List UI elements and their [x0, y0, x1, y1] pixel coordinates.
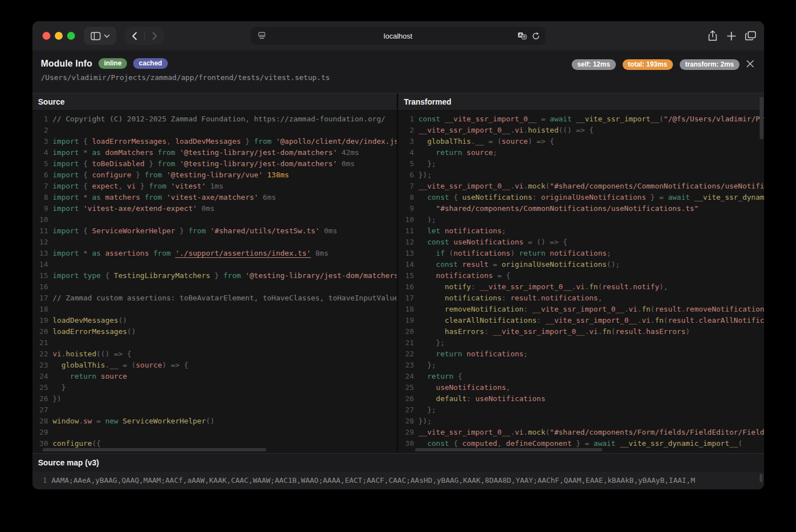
line-number: 12: [398, 237, 414, 248]
code-line: 30configure({: [32, 438, 397, 449]
line-number: 17: [32, 293, 48, 304]
transformed-vertical-scrollbar[interactable]: [760, 97, 764, 139]
code-line: 20 hasErrors: __vite_ssr_import_0__.vi.f…: [398, 326, 764, 337]
line-number: 11: [398, 225, 414, 237]
address-bar[interactable]: localhost A: [251, 27, 545, 45]
close-window-button[interactable]: [43, 32, 50, 40]
code-line: 17// Zammad custom assertions: toBeAvata…: [32, 293, 397, 304]
line-number: 16: [398, 281, 414, 293]
line-number: 18: [32, 304, 48, 315]
code-line: 12: [32, 237, 397, 248]
code-line: 18 removeNotification: __vite_ssr_import…: [398, 304, 764, 315]
code-line: 11 let notifications;: [398, 225, 764, 237]
tab-overview-icon[interactable]: [745, 31, 756, 41]
code-line: 21 };: [398, 337, 764, 349]
code-line: 21: [32, 337, 397, 349]
line-number: 18: [398, 304, 414, 315]
line-number: 10: [398, 214, 414, 225]
line-number: 21: [32, 337, 48, 349]
line-number: 28: [32, 416, 48, 427]
new-tab-icon[interactable]: [727, 31, 736, 41]
line-number: 4: [32, 147, 48, 158]
code-line: 24 return source: [32, 371, 397, 382]
code-line: 10: [32, 214, 397, 225]
line-number: 3: [32, 136, 48, 147]
code-line: 15import type { TestingLibraryMatchers }…: [32, 270, 397, 281]
transformed-panel-header: Transformed: [398, 93, 764, 111]
sourcemap-line: 1 AAMA;AAeA,yBAAG,QAAQ,MAAM;AACf,aAAW,KA…: [32, 472, 764, 489]
line-number: 2: [398, 125, 414, 136]
source-panel-title: Source: [38, 97, 64, 106]
line-number: 7: [398, 181, 414, 192]
forward-button[interactable]: [144, 27, 164, 45]
window-controls: [43, 32, 75, 40]
code-line: 20loadErrorMessages(): [32, 326, 397, 337]
line-number: 29: [32, 427, 48, 438]
line-number: 20: [398, 326, 414, 337]
url-text: localhost: [251, 32, 545, 40]
close-icon[interactable]: [744, 58, 756, 70]
cached-badge: cached: [133, 58, 167, 69]
code-line: 18: [32, 304, 397, 315]
line-number: 30: [32, 438, 48, 449]
source-horizontal-scrollbar[interactable]: [43, 448, 266, 451]
reload-icon[interactable]: [532, 32, 540, 40]
code-line: 7import { expect, vi } from 'vitest' 1ms: [32, 181, 397, 192]
toolbar-right-buttons: [708, 30, 756, 41]
chevron-down-icon: [104, 34, 110, 38]
transformed-code[interactable]: 1const __vite_ssr_import_0__ = await __v…: [398, 111, 764, 453]
back-button[interactable]: [124, 27, 144, 45]
line-number: 9: [398, 203, 414, 214]
self-time-badge: self: 12ms: [572, 59, 616, 70]
line-number: 22: [32, 349, 48, 360]
share-icon[interactable]: [708, 30, 718, 41]
code-panels: Source 1// Copyright (C) 2012-2025 Zamma…: [32, 93, 764, 453]
code-line: 4 return source;: [398, 147, 764, 158]
code-line: 29: [32, 427, 397, 438]
line-number: 19: [398, 315, 414, 326]
line-number: 29: [398, 427, 414, 438]
line-number: 1: [398, 114, 414, 125]
line-number: 3: [398, 136, 414, 147]
line-number: 24: [398, 371, 414, 382]
code-line: 13import * as assertions from './support…: [32, 248, 397, 259]
minimize-window-button[interactable]: [55, 32, 63, 40]
line-number: 20: [32, 326, 48, 337]
code-line: 8import * as matchers from 'vitest-axe/m…: [32, 192, 397, 203]
total-time-badge: total: 193ms: [623, 59, 673, 70]
line-number: 26: [398, 393, 414, 404]
code-line: 2: [32, 125, 397, 136]
code-line: 1// Copyright (C) 2012-2025 Zammad Found…: [32, 114, 397, 125]
line-number: 25: [32, 382, 48, 393]
line-number: 17: [398, 293, 414, 304]
line-number: 5: [32, 158, 48, 170]
code-line: 25 useNotifications,: [398, 382, 764, 393]
code-line: 19loadDevMessages(): [32, 315, 397, 326]
code-line: 5 };: [398, 158, 764, 170]
line-number: 27: [398, 404, 414, 416]
sidebar-toggle-button[interactable]: [84, 27, 116, 45]
transformed-panel: Transformed 1const __vite_ssr_import_0__…: [398, 93, 764, 453]
code-line: 17 notifications: result.notifications,: [398, 293, 764, 304]
code-line: 13 if (notifications) return notificatio…: [398, 248, 764, 259]
source-code[interactable]: 1// Copyright (C) 2012-2025 Zammad Found…: [32, 111, 397, 453]
code-line: 12 const useNotifications = () => {: [398, 237, 764, 248]
translate-icon[interactable]: A: [517, 32, 527, 40]
line-number: 7: [32, 181, 48, 192]
line-number: 15: [32, 270, 48, 281]
sourcemap-scrollbar[interactable]: [760, 474, 762, 482]
line-number: 4: [398, 147, 414, 158]
zoom-window-button[interactable]: [67, 32, 75, 40]
line-number: 21: [398, 337, 414, 349]
code-line: 4import * as domMatchers from '@testing-…: [32, 147, 397, 158]
transformed-horizontal-scrollbar[interactable]: [415, 448, 602, 451]
line-number: 19: [32, 315, 48, 326]
code-line: 9 "#shared/components/CommonNotification…: [398, 203, 764, 214]
line-number: 27: [32, 404, 48, 416]
code-line: 10 );: [398, 214, 764, 225]
code-line: 3 globalThis.__ = (source) => {: [398, 136, 764, 147]
line-number: 8: [32, 192, 48, 203]
page-title: Module Info: [41, 59, 92, 69]
line-number: 9: [32, 203, 48, 214]
browser-window: localhost A Module Info: [32, 21, 764, 489]
